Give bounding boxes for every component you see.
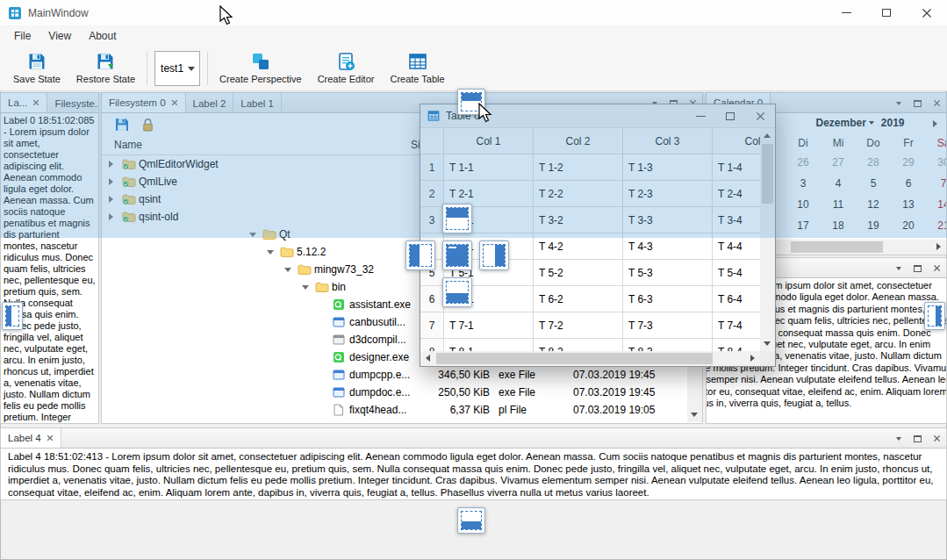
table-cell[interactable]: T 6-2 [534, 286, 623, 312]
table-cell[interactable]: T 7-4 [713, 312, 760, 339]
tab-close-icon[interactable] [47, 434, 54, 442]
drop-indicator-left-edge-icon[interactable] [2, 302, 23, 330]
tab-filesystem-0[interactable]: Filesystem 0 [102, 93, 186, 113]
tab-label-0[interactable]: La... [1, 93, 47, 113]
calendar-day[interactable]: 10 [786, 194, 821, 215]
lock-action-button[interactable] [138, 115, 157, 134]
calendar-day[interactable]: 13 [891, 194, 926, 215]
table-horizontal-scrollbar[interactable] [420, 351, 760, 366]
menu-file[interactable]: File [5, 30, 39, 42]
scroll-left-icon[interactable] [426, 355, 430, 362]
table-cell[interactable]: T 1-1 [444, 154, 534, 181]
calendar-day[interactable]: 4 [821, 173, 856, 194]
calendar-day[interactable]: 14 [926, 194, 947, 215]
table-row-header[interactable]: 8 [420, 339, 444, 351]
table-cell[interactable]: T 4-2 [534, 233, 623, 260]
calendar-day[interactable]: 18 [821, 215, 856, 236]
drop-indicator-area-center-icon[interactable] [442, 241, 472, 270]
tab-close-icon[interactable] [171, 99, 178, 106]
table-cell[interactable]: T 2-2 [534, 181, 623, 207]
calendar-day[interactable]: 5 [856, 173, 891, 194]
calendar-day[interactable]: 19 [856, 215, 891, 236]
scroll-down-icon[interactable] [691, 413, 698, 417]
calendar-day[interactable]: 29 [891, 152, 926, 173]
drop-indicator-area-top-icon[interactable] [442, 204, 472, 233]
restore-state-button[interactable]: Restore State [68, 50, 143, 86]
drop-indicator-bottom-edge-icon[interactable] [457, 507, 485, 534]
calendar-day[interactable]: 30 [926, 152, 947, 173]
scroll-right-icon[interactable] [936, 243, 941, 250]
calendar-day[interactable]: 17 [786, 215, 821, 236]
expand-chevron-icon[interactable] [109, 196, 113, 203]
expand-chevron-icon[interactable] [109, 213, 113, 220]
table-row-header[interactable]: 7 [420, 312, 444, 339]
close-button[interactable] [907, 0, 947, 25]
tabs-menu-button[interactable] [892, 262, 905, 275]
close-dock-button[interactable] [930, 97, 943, 110]
table-cell[interactable]: T 6-3 [623, 286, 713, 312]
drop-indicator-area-right-icon[interactable] [479, 241, 509, 270]
table-cell[interactable]: T 5-3 [623, 260, 713, 286]
table-column-header[interactable]: Col 3 [623, 128, 713, 154]
table-cell[interactable]: T 8-4 [713, 339, 760, 351]
tree-row[interactable]: dumpdoc.e...250,50 KiBexe File07.03.2019… [102, 384, 687, 401]
table-cell[interactable]: T 4-3 [623, 233, 713, 260]
table-grid[interactable]: Col 1Col 2Col 3Col 41T 1-1T 1-2T 1-3T 1-… [420, 128, 760, 351]
collapse-chevron-icon[interactable] [284, 268, 291, 272]
table-cell[interactable]: T 5-4 [713, 260, 760, 286]
tabs-menu-button[interactable] [892, 97, 905, 110]
table-cell[interactable]: T 7-2 [534, 312, 623, 339]
calendar-day[interactable]: 3 [786, 173, 821, 194]
table-cell[interactable]: T 8-2 [534, 339, 623, 351]
calendar-day[interactable]: 11 [821, 194, 856, 215]
calendar-day[interactable]: 7 [926, 173, 947, 194]
undock-button[interactable] [911, 262, 924, 275]
table-cell[interactable]: T 5-2 [534, 260, 623, 286]
table-cell[interactable]: T 3-4 [713, 207, 760, 233]
table-cell[interactable]: T 1-4 [713, 154, 760, 181]
create-perspective-button[interactable]: Create Perspective [212, 50, 310, 86]
tab-label-4[interactable]: Label 4 [1, 428, 61, 449]
tabs-menu-button[interactable] [892, 432, 905, 445]
maximize-button[interactable] [866, 0, 907, 25]
tab-filesystem[interactable]: Filesyste... [47, 93, 98, 113]
create-table-button[interactable]: Create Table [382, 50, 452, 86]
scrollbar-thumb[interactable] [762, 144, 773, 204]
table-cell[interactable]: T 3-3 [623, 207, 713, 233]
perspective-combobox[interactable]: test1 [154, 51, 200, 86]
drop-indicator-right-edge-icon[interactable] [924, 302, 945, 330]
calendar-day[interactable]: 28 [856, 152, 891, 173]
column-header-name[interactable]: Name [114, 139, 142, 151]
close-dock-button[interactable] [930, 432, 943, 445]
menu-about[interactable]: About [80, 30, 125, 42]
collapse-chevron-icon[interactable] [302, 285, 309, 290]
calendar-day[interactable]: 12 [856, 194, 891, 215]
calendar-day[interactable]: 6 [891, 173, 926, 194]
table-column-header[interactable]: Col 4 [713, 128, 760, 154]
table-cell[interactable]: T 8-1 [444, 339, 534, 351]
floating-table-window[interactable]: Table 0 Col 1Col 2Col 3Col 41T 1-1T 1-2T… [420, 104, 776, 367]
drop-indicator-area-bottom-icon[interactable] [442, 277, 472, 307]
tree-row[interactable]: dumpcpp.e...346,50 KiBexe File07.03.2019… [102, 366, 687, 384]
calendar-day[interactable]: 26 [786, 152, 821, 173]
table-cell[interactable]: T 8-3 [623, 339, 713, 351]
expand-chevron-icon[interactable] [109, 178, 113, 185]
tab-label-1[interactable]: Label 1 [233, 93, 282, 113]
calendar-day[interactable]: 27 [821, 152, 856, 173]
scroll-right-icon[interactable] [750, 355, 755, 362]
table-cell[interactable]: T 1-2 [534, 154, 623, 181]
month-button[interactable]: Dezember [815, 117, 873, 129]
calendar-day[interactable]: 21 [926, 215, 947, 236]
drop-indicator-area-left-icon[interactable] [405, 241, 435, 270]
table-cell[interactable]: T 2-3 [623, 181, 713, 207]
scroll-down-icon[interactable] [764, 341, 771, 346]
table-cell[interactable]: T 3-2 [534, 207, 623, 233]
calendar-day[interactable]: 20 [891, 215, 926, 236]
tab-label-2[interactable]: Label 2 [186, 93, 234, 113]
collapse-chevron-icon[interactable] [267, 250, 274, 255]
scroll-up-icon[interactable] [764, 133, 771, 138]
table-cell[interactable]: T 7-1 [444, 312, 534, 339]
create-editor-button[interactable]: Create Editor [310, 50, 383, 86]
table-row-header[interactable]: 6 [420, 286, 444, 312]
table-row-header[interactable]: 1 [420, 154, 444, 181]
